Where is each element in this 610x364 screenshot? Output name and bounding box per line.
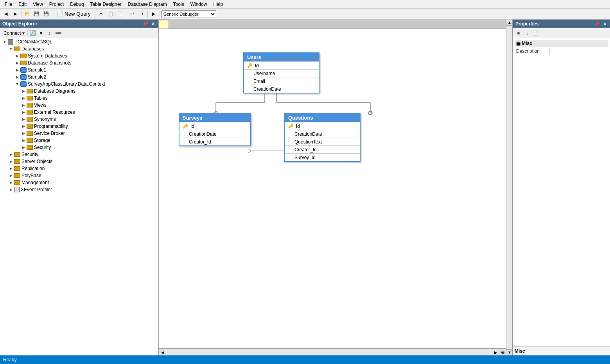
- xevent-profiler-expander[interactable]: ▶: [8, 186, 14, 193]
- replication-node[interactable]: ▶ Replication: [0, 165, 158, 172]
- sample1-expander[interactable]: ▶: [14, 67, 20, 73]
- views-node[interactable]: ▶ Views: [0, 102, 158, 109]
- tree-container[interactable]: ▼ PCONAMAC\SQL ▼ Databases ▶ System Data…: [0, 38, 158, 355]
- users-table[interactable]: Users 🔑 Id Username Email: [243, 52, 319, 93]
- new-query-button[interactable]: 📄 New Query: [54, 10, 93, 18]
- databases-node[interactable]: ▼ Databases: [0, 45, 158, 52]
- tables-node[interactable]: ▶ Tables: [0, 95, 158, 102]
- prop-alphabetical-btn[interactable]: ↕: [523, 29, 531, 37]
- scroll-left-btn[interactable]: ◀: [159, 349, 166, 355]
- properties-panel: Properties 📌 ✕ ≡ ↕ 📄 ▣ Misc Description: [512, 20, 610, 355]
- views-expander[interactable]: ▶: [20, 102, 27, 108]
- vscroll-down-btn[interactable]: ▼: [506, 349, 512, 355]
- menu-view[interactable]: View: [30, 1, 46, 8]
- system-databases-node[interactable]: ▶ System Databases: [0, 52, 158, 59]
- prop-categorized-btn[interactable]: ≡: [515, 29, 522, 37]
- synonyms-expander[interactable]: ▶: [20, 116, 27, 122]
- prop-pages-btn[interactable]: 📄: [532, 29, 540, 37]
- toolbar-debug-btn[interactable]: ▶: [149, 10, 158, 18]
- scroll-track[interactable]: [166, 349, 492, 355]
- toolbar-paste-btn[interactable]: 📄: [116, 10, 124, 18]
- server-objects-expander[interactable]: ▶: [8, 158, 14, 165]
- toolbar-undo-btn[interactable]: ↩: [128, 10, 136, 18]
- toolbar-open-btn[interactable]: 📂: [23, 10, 32, 18]
- server-node[interactable]: ▼ PCONAMAC\SQL: [0, 38, 158, 45]
- surveys-table[interactable]: Surveys 🔑 Id CreationDate Creator_Id: [179, 113, 251, 146]
- toolbar-save-all-btn[interactable]: 💾: [42, 10, 50, 18]
- menu-project[interactable]: Project: [46, 1, 67, 8]
- security-child-expander[interactable]: ▶: [20, 144, 27, 151]
- polybase-expander[interactable]: ▶: [8, 172, 14, 179]
- menu-database-diagram[interactable]: Database Diagram: [125, 1, 170, 8]
- sample2-expander[interactable]: ▶: [14, 74, 20, 80]
- toolbar-redo-btn[interactable]: ↪: [137, 10, 146, 18]
- menu-tools[interactable]: Tools: [170, 1, 187, 8]
- programmability-expander[interactable]: ▶: [20, 123, 27, 129]
- oe-sync-btn[interactable]: ↕: [46, 29, 54, 37]
- menu-window[interactable]: Window: [187, 1, 210, 8]
- toolbar-forward-btn[interactable]: ▶: [11, 10, 20, 18]
- tables-expander[interactable]: ▶: [20, 95, 27, 101]
- properties-pin-btn[interactable]: 📌: [593, 21, 601, 27]
- panel-pin-btn[interactable]: 📌: [142, 21, 149, 27]
- database-snapshots-expander[interactable]: ▶: [14, 60, 20, 66]
- security-expander[interactable]: ▶: [8, 151, 14, 158]
- storage-node[interactable]: ▶ Storage: [0, 137, 158, 144]
- toolbar-cut-btn[interactable]: ✂: [97, 10, 106, 18]
- users-email-label: Email: [253, 79, 265, 84]
- external-resources-node[interactable]: ▶ External Resources: [0, 109, 158, 116]
- replication-expander[interactable]: ▶: [8, 165, 14, 172]
- database-snapshots-node[interactable]: ▶ Database Snapshots: [0, 59, 158, 66]
- server-expander[interactable]: ▼: [2, 39, 8, 45]
- diagram-tab[interactable]: [159, 20, 169, 29]
- replication-label: Replication: [22, 166, 45, 171]
- properties-close-btn[interactable]: ✕: [602, 21, 608, 27]
- programmability-node[interactable]: ▶ Programmability: [0, 123, 158, 130]
- toolbar-back-btn[interactable]: ◀: [2, 10, 10, 18]
- management-node[interactable]: ▶ Management: [0, 179, 158, 186]
- survey-db-expander[interactable]: ▼: [14, 81, 20, 87]
- menu-edit[interactable]: Edit: [15, 1, 30, 8]
- diagram-move-icon[interactable]: ⊕: [499, 349, 506, 355]
- xevent-profiler-node[interactable]: ▶ XEvent Profiler: [0, 186, 158, 193]
- security-child-node[interactable]: ▶ Security: [0, 144, 158, 151]
- storage-expander[interactable]: ▶: [20, 137, 27, 143]
- databases-expander[interactable]: ▼: [8, 46, 14, 52]
- menu-help[interactable]: Help: [210, 1, 226, 8]
- sample1-node[interactable]: ▶ Sample1: [0, 66, 158, 74]
- db-diagrams-expander[interactable]: ▶: [20, 88, 27, 94]
- system-databases-expander[interactable]: ▶: [14, 53, 20, 59]
- server-objects-node[interactable]: ▶ Server Objects: [0, 158, 158, 165]
- service-broker-expander[interactable]: ▶: [20, 130, 27, 136]
- questions-table[interactable]: Questions 🔑 Id CreationDate QuestionText: [284, 113, 361, 162]
- diagram-vscrollbar[interactable]: ▲ ▼: [506, 20, 512, 355]
- debugger-dropdown[interactable]: Generic Debugger: [161, 10, 216, 18]
- toolbar-save-btn[interactable]: 💾: [32, 10, 41, 18]
- views-icon: [27, 103, 33, 108]
- questions-survey-id-label: Survey_Id: [294, 155, 316, 160]
- oe-refresh-btn[interactable]: 🔄: [29, 29, 36, 37]
- service-broker-node[interactable]: ▶ Service Broker: [0, 130, 158, 137]
- survey-db-node[interactable]: ▼ SurveyAppClassLibrary.Data.Context: [0, 81, 158, 88]
- scroll-right-btn[interactable]: ▶: [492, 349, 499, 355]
- sample2-node[interactable]: ▶ Sample2: [0, 74, 158, 81]
- panel-close-btn[interactable]: ✕: [150, 21, 156, 27]
- toolbar-sep-5: [147, 11, 148, 18]
- properties-description-value[interactable]: [550, 48, 608, 55]
- menu-file[interactable]: File: [2, 1, 15, 8]
- management-expander[interactable]: ▶: [8, 179, 14, 186]
- synonyms-node[interactable]: ▶ Synonyms: [0, 116, 158, 123]
- polybase-node[interactable]: ▶ PolyBase: [0, 172, 158, 179]
- menu-table-designer[interactable]: Table Designer: [87, 1, 125, 8]
- vscroll-up-btn[interactable]: ▲: [506, 20, 512, 26]
- diagram-canvas[interactable]: Users 🔑 Id Username Email: [159, 29, 506, 348]
- oe-collapse-btn[interactable]: ➖: [54, 29, 62, 37]
- questions-field-creator-id: Creator_Id: [285, 145, 360, 153]
- db-diagrams-node[interactable]: ▶ Database Diagrams: [0, 88, 158, 95]
- external-resources-expander[interactable]: ▶: [20, 109, 27, 115]
- oe-connect-btn[interactable]: Connect ▾: [2, 29, 27, 37]
- security-node[interactable]: ▶ Security: [0, 151, 158, 158]
- menu-debug[interactable]: Debug: [67, 1, 87, 8]
- oe-filter-btn[interactable]: ▼: [37, 29, 45, 37]
- toolbar-copy-btn[interactable]: 📋: [106, 10, 115, 18]
